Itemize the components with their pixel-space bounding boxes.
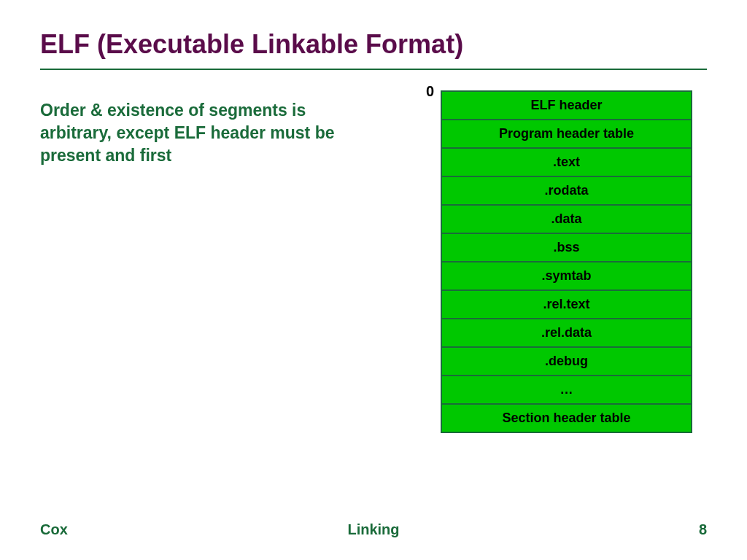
elf-diagram: 0 ELF header Program header table .text … — [441, 90, 692, 433]
table-row: .data — [442, 206, 691, 234]
table-row: .rel.text — [442, 291, 691, 319]
table-row: .bss — [442, 234, 691, 262]
table-row: .text — [442, 149, 691, 177]
slide-title: ELF (Executable Linkable Format) — [40, 29, 707, 60]
zero-offset-label: 0 — [426, 83, 434, 100]
table-row: .symtab — [442, 262, 691, 291]
table-row: .debug — [442, 348, 691, 376]
table-row: Section header table — [442, 405, 691, 433]
table-row: .rel.data — [442, 319, 691, 348]
slide-footer: Cox Linking 8 — [40, 521, 707, 538]
title-divider — [40, 69, 707, 70]
table-row: … — [442, 376, 691, 405]
footer-page-number: 8 — [699, 521, 707, 538]
elf-segment-table: ELF header Program header table .text .r… — [441, 90, 692, 433]
table-row: ELF header — [442, 92, 691, 120]
table-row: .rodata — [442, 177, 691, 206]
footer-author: Cox — [40, 521, 68, 538]
body-paragraph: Order & existence of segments is arbitra… — [40, 90, 354, 433]
footer-topic: Linking — [347, 521, 399, 538]
table-row: Program header table — [442, 120, 691, 149]
content-area: Order & existence of segments is arbitra… — [40, 90, 707, 433]
